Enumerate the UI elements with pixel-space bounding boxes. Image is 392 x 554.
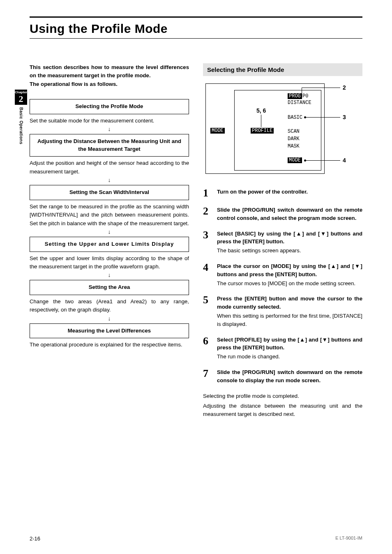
step-number: 2 xyxy=(203,206,211,222)
step-number: 4 xyxy=(203,262,211,287)
chapter-number: 2 xyxy=(15,94,27,105)
step-plain: When this setting is performed for the f… xyxy=(217,312,362,328)
step-number: 1 xyxy=(203,188,211,199)
diagram-mode-left-label: MODE xyxy=(210,128,225,134)
step-bold: Place the cursor on [MODE] by using the … xyxy=(217,263,362,277)
closing-2: Adjusting the distance between the measu… xyxy=(203,402,362,419)
callout-3: 3 xyxy=(343,114,346,120)
diagram-dark-label: DARK xyxy=(288,136,300,142)
step-plain: The basic settings screen appears. xyxy=(217,247,362,255)
page-number: 2-16 xyxy=(30,536,40,542)
intro-line-1: This section describes how to measure th… xyxy=(30,64,189,78)
down-arrow-icon: ↓ xyxy=(30,126,189,132)
step-bold: Slide the [PROG/RUN] switch downward on … xyxy=(217,207,362,221)
right-column: Selecting the Profile Mode PROG P0 DISTA… xyxy=(203,63,362,419)
left-column: This section describes how to measure th… xyxy=(30,63,189,419)
down-arrow-icon: ↓ xyxy=(30,315,189,322)
step-bold: Turn on the power of the controller. xyxy=(217,189,308,195)
step-6: 6 Select [PROFILE] by using the [▲] and … xyxy=(203,336,362,361)
diagram-mask-label: MASK xyxy=(288,143,300,149)
page-title: Using the Profile Mode xyxy=(30,22,362,36)
diagram-mode-bottom-label: MODE xyxy=(288,157,302,163)
section-heading: Selecting the Profile Mode xyxy=(203,63,362,76)
steps-list: 1 Turn on the power of the controller. 2… xyxy=(203,188,362,385)
flow-box-4: Setting the Upper and Lower Limits Displ… xyxy=(30,237,189,252)
callout-2: 2 xyxy=(343,84,346,91)
flow-desc-4: Set the upper and lower limits display a… xyxy=(30,254,189,271)
mode-diagram: PROG P0 DISTANCE BASIC SCAN DARK MASK MO… xyxy=(205,83,357,178)
page-footer: 2-16 E LT-9001-IM xyxy=(30,536,362,542)
step-number: 3 xyxy=(203,230,211,255)
step-number: 5 xyxy=(203,295,211,328)
callout-line xyxy=(302,88,340,88)
step-2: 2 Slide the [PROG/RUN] switch downward o… xyxy=(203,206,362,222)
diagram-prog-label: PROG xyxy=(288,93,302,99)
diagram-scan-label: SCAN xyxy=(288,129,300,134)
callout-56: 5, 6 xyxy=(256,107,266,114)
title-underline xyxy=(30,38,362,39)
callout-line xyxy=(306,160,340,161)
step-bold: Press the [ENTER] button and move the cu… xyxy=(217,295,362,310)
step-3: 3 Select [BASIC] by using the [▲] and [▼… xyxy=(203,230,362,255)
chapter-text: Basic Operations xyxy=(19,107,23,144)
flow-desc-1: Set the suitable mode for the measuremen… xyxy=(30,117,189,125)
intro-line-2: The operational flow is as follows. xyxy=(30,81,118,87)
step-plain: The cursor moves to [MODE] on the mode s… xyxy=(217,279,362,288)
diagram-distance-label: DISTANCE xyxy=(288,100,311,106)
step-bold: Select [BASIC] by using the [▲] and [▼] … xyxy=(217,231,362,245)
flow-desc-5: Change the two areas (Area1 and Area2) t… xyxy=(30,298,189,314)
step-4: 4 Place the cursor on [MODE] by using th… xyxy=(203,262,362,287)
flow-desc-2: Adjust the position and height of the se… xyxy=(30,159,189,176)
intro-text: This section describes how to measure th… xyxy=(30,63,189,88)
step-plain: The run mode is changed. xyxy=(217,353,362,361)
diagram-p0-label: P0 xyxy=(302,93,308,99)
flow-box-2: Adjusting the Distance Between the Measu… xyxy=(30,134,189,157)
chapter-side-tab: Chapter 2 Basic Operations xyxy=(15,90,27,144)
callout-line xyxy=(261,115,261,127)
flow-box-6: Measuring the Level Differences xyxy=(30,323,189,338)
doc-id: E LT-9001-IM xyxy=(335,536,362,542)
down-arrow-icon: ↓ xyxy=(30,229,189,235)
step-1: 1 Turn on the power of the controller. xyxy=(203,188,362,199)
flow-box-5: Setting the Area xyxy=(30,280,189,295)
diagram-basic-label: BASIC xyxy=(288,115,302,120)
callout-4: 4 xyxy=(343,157,346,164)
step-number: 7 xyxy=(203,368,211,385)
down-arrow-icon: ↓ xyxy=(30,272,189,278)
flow-box-1: Selecting the Profile Mode xyxy=(30,99,189,114)
flow-desc-3: Set the range to be measured in the prof… xyxy=(30,203,189,228)
diagram-profile-label: PROFILE xyxy=(251,128,274,134)
flow-box-3: Setting the Scan Width/interval xyxy=(30,185,189,200)
top-rule xyxy=(30,16,362,18)
callout-line xyxy=(306,117,340,118)
step-7: 7 Slide the [PROG/RUN] switch downward o… xyxy=(203,368,362,385)
down-arrow-icon: ↓ xyxy=(30,177,189,183)
step-number: 6 xyxy=(203,336,211,361)
callout-line xyxy=(302,88,302,93)
step-5: 5 Press the [ENTER] button and move the … xyxy=(203,295,362,328)
step-bold: Slide the [PROG/RUN] switch downward on … xyxy=(217,369,362,383)
closing-1: Selecting the profile mode is completed. xyxy=(203,392,362,400)
flow-desc-6: The operational procedure is explained f… xyxy=(30,341,189,349)
step-bold: Select [PROFILE] by using the [▲] and [▼… xyxy=(217,337,362,351)
